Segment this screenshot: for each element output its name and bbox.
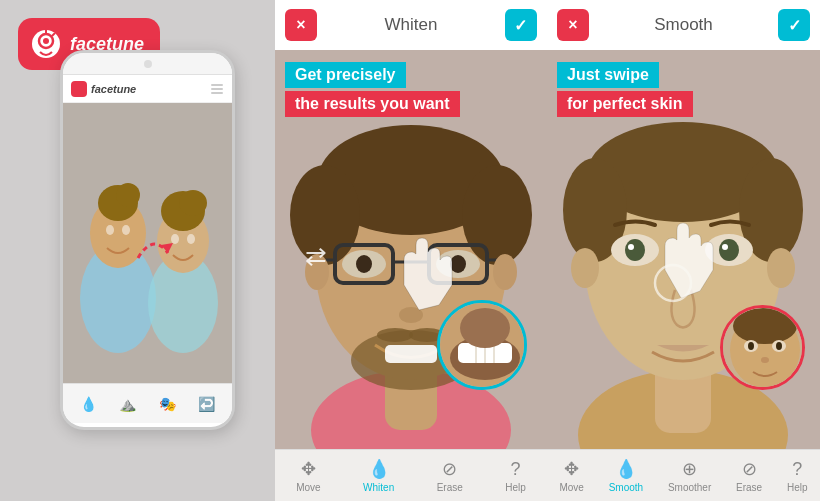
move-icon: ✥ bbox=[301, 458, 316, 480]
middle-panel-header: × Whiten ✓ bbox=[275, 0, 547, 50]
smooth-tool-erase[interactable]: ⊘ Erase bbox=[736, 458, 762, 493]
svg-rect-7 bbox=[211, 92, 223, 94]
svg-point-73 bbox=[748, 342, 754, 350]
svg-point-12 bbox=[116, 183, 140, 207]
whiten-tool-help[interactable]: ? Help bbox=[505, 459, 526, 493]
whiten-headline1: Get precisely bbox=[285, 62, 406, 88]
svg-point-37 bbox=[356, 255, 372, 273]
svg-point-74 bbox=[776, 342, 782, 350]
smooth-text-overlay: Just swipe for perfect skin bbox=[547, 62, 820, 120]
smooth-headline2: for perfect skin bbox=[557, 91, 693, 117]
svg-point-28 bbox=[462, 165, 532, 265]
svg-point-19 bbox=[171, 234, 179, 244]
svg-point-14 bbox=[122, 225, 130, 235]
hand-gesture-icon bbox=[384, 230, 454, 320]
whiten-icon: 💧 bbox=[368, 458, 390, 480]
phone-bottom-bar: 💧 ⛰️ 🎭 ↩️ bbox=[63, 383, 232, 423]
phone-tool-3: 🎭 bbox=[159, 396, 176, 412]
help-icon-right: ? bbox=[792, 459, 802, 480]
phone-tool-4: ↩️ bbox=[198, 396, 215, 412]
phone-inner-header: facetune bbox=[63, 75, 232, 103]
erase-icon-right: ⊘ bbox=[742, 458, 757, 480]
svg-point-64 bbox=[722, 244, 728, 250]
smooth-hand-gesture-icon bbox=[643, 218, 718, 308]
erase-icon: ⊘ bbox=[442, 458, 457, 480]
whiten-toolbar: ✥ Move 💧 Whiten ⊘ Erase ? Help bbox=[275, 449, 547, 501]
svg-rect-40 bbox=[385, 345, 437, 363]
svg-point-65 bbox=[571, 248, 599, 288]
whiten-tool-move[interactable]: ✥ Move bbox=[296, 458, 320, 493]
svg-rect-6 bbox=[211, 88, 223, 90]
phone-tool-2: ⛰️ bbox=[119, 396, 136, 412]
phone-camera bbox=[144, 60, 152, 68]
whiten-text-overlay: Get precisely the results you want bbox=[275, 62, 547, 120]
smooth-image-area: Just swipe for perfect skin bbox=[547, 50, 820, 450]
svg-point-2 bbox=[43, 38, 49, 44]
left-panel: facetune facetune bbox=[0, 0, 275, 501]
phone-content bbox=[63, 103, 232, 383]
svg-point-20 bbox=[187, 234, 195, 244]
smooth-tool-help[interactable]: ? Help bbox=[787, 459, 808, 493]
svg-point-41 bbox=[377, 328, 413, 342]
right-panel: × Smooth ✓ bbox=[547, 0, 820, 501]
smooth-close-button[interactable]: × bbox=[557, 9, 589, 41]
facetune-icon bbox=[30, 28, 62, 60]
smooth-tool-move[interactable]: ✥ Move bbox=[559, 458, 583, 493]
smoother-icon: ⊕ bbox=[682, 458, 697, 480]
whiten-headline2: the results you want bbox=[285, 91, 460, 117]
svg-point-51 bbox=[460, 308, 510, 348]
middle-panel: × Whiten ✓ bbox=[275, 0, 547, 501]
phone-people-svg bbox=[63, 103, 232, 383]
phone-ft-icon bbox=[71, 81, 87, 97]
whiten-thumbnail bbox=[437, 300, 527, 390]
smooth-headline1: Just swipe bbox=[557, 62, 659, 88]
smooth-panel-header: × Smooth ✓ bbox=[547, 0, 820, 50]
phone-tool-1: 💧 bbox=[80, 396, 97, 412]
whiten-close-button[interactable]: × bbox=[285, 9, 317, 41]
smooth-title: Smooth bbox=[654, 15, 713, 35]
svg-rect-5 bbox=[211, 84, 223, 86]
phone-mockup: facetune bbox=[60, 50, 235, 430]
whiten-title: Whiten bbox=[385, 15, 438, 35]
phone-ft-logo: facetune bbox=[91, 83, 136, 95]
whiten-image-area: Get precisely the results you want ⇄ bbox=[275, 50, 547, 450]
svg-point-75 bbox=[761, 357, 769, 363]
move-icon-right: ✥ bbox=[564, 458, 579, 480]
svg-point-66 bbox=[767, 248, 795, 288]
smooth-thumbnail bbox=[720, 305, 805, 390]
smooth-toolbar: ✥ Move 💧 Smooth ⊕ Smoother ⊘ Erase ? Hel… bbox=[547, 449, 820, 501]
svg-point-18 bbox=[179, 190, 207, 216]
help-icon: ? bbox=[510, 459, 520, 480]
phone-top-bar bbox=[63, 53, 232, 75]
svg-point-44 bbox=[493, 254, 517, 290]
phone-header-icon bbox=[210, 82, 224, 96]
whiten-tool-erase[interactable]: ⊘ Erase bbox=[437, 458, 463, 493]
smooth-confirm-button[interactable]: ✓ bbox=[778, 9, 810, 41]
svg-point-63 bbox=[628, 244, 634, 250]
whiten-tool-whiten[interactable]: 💧 Whiten bbox=[363, 458, 394, 493]
whiten-confirm-button[interactable]: ✓ bbox=[505, 9, 537, 41]
smooth-tool-smoother[interactable]: ⊕ Smoother bbox=[668, 458, 711, 493]
svg-point-13 bbox=[106, 225, 114, 235]
smooth-tool-smooth[interactable]: 💧 Smooth bbox=[609, 458, 643, 493]
svg-point-62 bbox=[719, 239, 739, 261]
smooth-icon: 💧 bbox=[615, 458, 637, 480]
svg-point-70 bbox=[733, 308, 797, 344]
swipe-arrows-icon: ⇄ bbox=[305, 241, 327, 272]
